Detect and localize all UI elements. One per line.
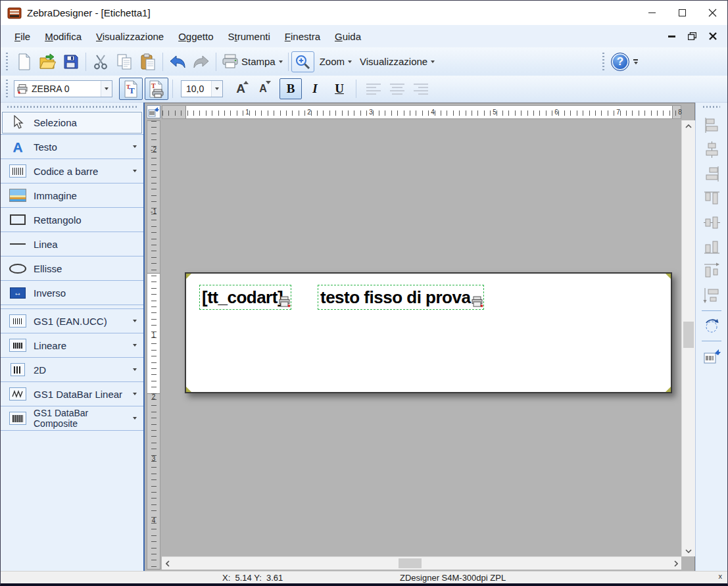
maximize-button[interactable] [667, 1, 697, 25]
mdi-close-button[interactable] [709, 32, 717, 40]
toolbox: Seleziona A Testo Codice a barre Immagin… [1, 103, 145, 571]
increase-font-button[interactable]: A [230, 78, 252, 99]
save-button[interactable] [59, 51, 83, 73]
copy-button[interactable] [112, 51, 136, 73]
paste-button[interactable] [136, 51, 160, 73]
label-setup-button[interactable] [700, 344, 723, 368]
font-size-select[interactable]: 10,0 [181, 80, 223, 97]
menu-item-file[interactable]: File [7, 28, 37, 45]
toolbar-grip[interactable] [602, 53, 604, 71]
text-object-fixed[interactable]: testo fisso di prova [318, 285, 484, 310]
cut-button[interactable] [89, 51, 112, 73]
tool-linear[interactable]: Lineare [1, 333, 143, 358]
align-text-left-button[interactable] [362, 78, 385, 100]
scroll-down-icon[interactable] [682, 545, 695, 556]
print-dropdown-icon[interactable] [279, 61, 283, 63]
text-object-variable[interactable]: [tt_codart] [199, 285, 291, 310]
view-dropdown[interactable]: Visualizzazione [354, 56, 437, 67]
label-sheet[interactable]: [tt_codart] testo fisso di prova [185, 272, 672, 393]
tool-text[interactable]: A Testo [1, 135, 143, 159]
tool-line[interactable]: Linea [1, 232, 143, 256]
close-button[interactable] [697, 1, 727, 25]
chevron-down-icon[interactable] [133, 368, 137, 371]
align-text-center-button[interactable] [385, 78, 409, 100]
chevron-down-icon[interactable] [133, 320, 137, 322]
menu-item-guida[interactable]: Guida [328, 28, 368, 45]
chevron-down-icon[interactable] [133, 417, 137, 420]
align-objects-bottom-button[interactable] [700, 235, 723, 259]
align-objects-center-button[interactable] [700, 137, 723, 162]
ruler-origin-icon [148, 107, 159, 117]
tool-select[interactable]: Seleziona [1, 110, 143, 135]
statusbar-close[interactable]: x [719, 572, 723, 580]
printer-select[interactable]: ZEBRA 0 [14, 80, 112, 97]
tool-inverse[interactable]: ↔ Inverso [1, 281, 143, 305]
menu-item-oggetto[interactable]: Oggetto [171, 28, 220, 45]
mdi-minimize-button[interactable] [668, 36, 675, 37]
redo-button[interactable] [189, 51, 213, 73]
horizontal-scroll-thumb[interactable] [399, 558, 422, 568]
vertical-scroll-thumb[interactable] [683, 322, 694, 348]
distribute-vertical-button[interactable] [700, 283, 723, 308]
rotate-button[interactable] [700, 314, 723, 338]
italic-button[interactable]: I [304, 78, 326, 99]
tool-databar-linear[interactable]: GS1 DataBar Linear [1, 382, 143, 406]
tool-ellipse[interactable]: Ellisse [1, 256, 143, 281]
zoom-button[interactable] [291, 51, 314, 72]
design-canvas[interactable]: [tt_codart] testo fisso di prova [162, 120, 681, 556]
distribute-horizontal-icon [703, 262, 721, 280]
font-size-arrow[interactable] [211, 81, 222, 97]
horizontal-scrollbar[interactable] [162, 556, 681, 570]
text-object-content: testo fisso di prova [320, 287, 470, 308]
titlebar: ZebraDesigner - [Etichetta1] [1, 1, 727, 25]
printer-select-arrow[interactable] [101, 81, 112, 97]
align-objects-middle-button[interactable] [700, 210, 723, 235]
tool-rectangle[interactable]: Rettangolo [1, 208, 143, 232]
tool-image[interactable]: Immagine [1, 183, 143, 208]
distribute-horizontal-button[interactable] [700, 259, 723, 283]
menu-item-strumenti[interactable]: Strumenti [221, 28, 278, 45]
vertical-scrollbar[interactable] [681, 120, 695, 556]
mdi-restore-button[interactable] [688, 32, 696, 40]
tool-databar-composite[interactable]: GS1 DataBar Composite [1, 406, 143, 431]
chevron-down-icon[interactable] [133, 170, 137, 172]
align-text-right-button[interactable] [409, 78, 433, 100]
toolbar-grip[interactable] [703, 106, 720, 108]
menubar: FileModificaVisualizzazioneOggettoStrume… [1, 25, 727, 47]
align-objects-right-button[interactable] [700, 162, 723, 186]
print-button[interactable]: Stampa [219, 54, 285, 69]
menu-item-finestra[interactable]: Finestra [278, 28, 328, 45]
tool-barcode[interactable]: Codice a barre [1, 159, 143, 183]
window-title: ZebraDesigner - [Etichetta1] [27, 7, 151, 18]
minimize-button[interactable] [637, 1, 667, 25]
underline-button[interactable]: U [328, 78, 351, 99]
align-objects-left-button[interactable] [700, 113, 723, 137]
toolbox-grip[interactable] [7, 106, 137, 108]
menu-item-modifica[interactable]: Modifica [37, 28, 89, 45]
decrease-font-button[interactable]: A [252, 78, 274, 99]
tool-gs1-ean-ucc[interactable]: GS1 (EAN.UCC) [1, 309, 143, 333]
zoom-dropdown[interactable]: Zoom [314, 56, 354, 67]
chevron-down-icon[interactable] [133, 393, 137, 395]
chevron-down-icon[interactable] [133, 344, 137, 347]
align-objects-top-button[interactable] [700, 186, 723, 210]
scroll-up-icon[interactable] [682, 120, 695, 132]
new-document-button[interactable] [12, 51, 36, 73]
undo-button[interactable] [166, 51, 189, 73]
printer-fonts-toggle[interactable]: T [145, 78, 168, 100]
scroll-right-icon[interactable] [670, 557, 681, 570]
bold-button[interactable]: B [279, 78, 302, 99]
toolbar-grip[interactable] [6, 80, 8, 98]
tool-2d[interactable]: 2D [1, 358, 143, 382]
menu-item-visualizzazione[interactable]: Visualizzazione [89, 28, 171, 45]
toolbar-grip[interactable] [6, 53, 8, 71]
ellipse-icon [9, 264, 27, 274]
ruler-origin-button[interactable] [147, 105, 160, 118]
toolbar-options-button[interactable] [633, 59, 638, 64]
scroll-left-icon[interactable] [162, 557, 173, 570]
align-center-horizontal-icon [703, 141, 721, 159]
truetype-fonts-toggle[interactable]: T T [119, 78, 143, 100]
chevron-down-icon[interactable] [133, 145, 137, 148]
open-button[interactable] [36, 51, 59, 73]
help-button[interactable]: ? [611, 53, 629, 71]
